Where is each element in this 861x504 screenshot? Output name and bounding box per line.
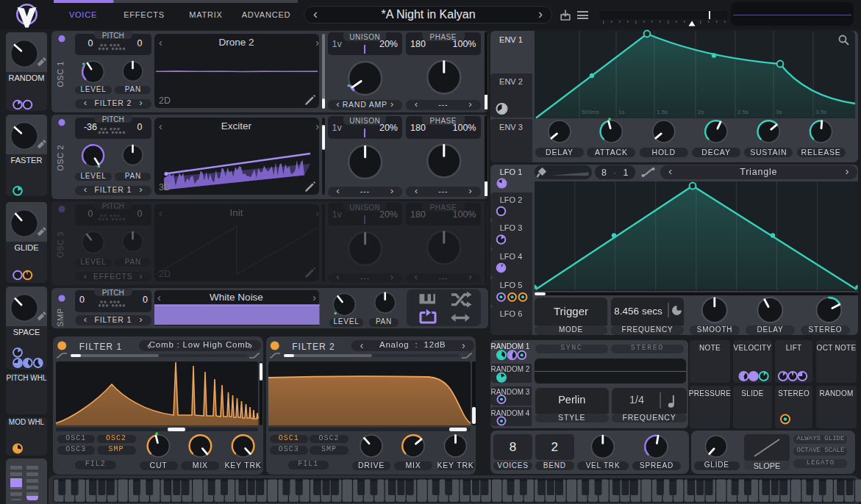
svg-text:OSC 1: OSC 1 xyxy=(56,61,65,87)
svg-text:OSC 3: OSC 3 xyxy=(56,231,65,258)
svg-text:OSC 2: OSC 2 xyxy=(56,145,65,171)
svg-text:SMP: SMP xyxy=(56,308,65,326)
